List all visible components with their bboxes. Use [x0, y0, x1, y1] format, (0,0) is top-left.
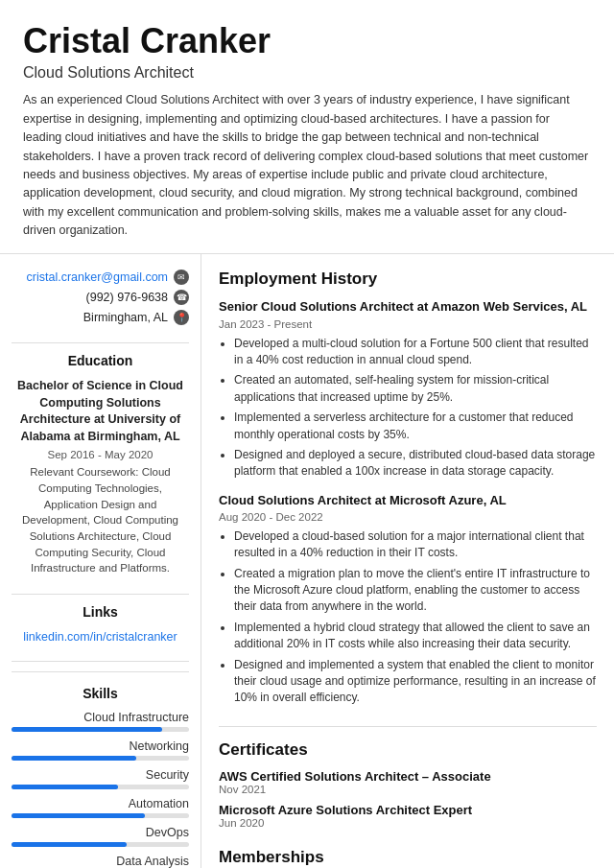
skill-item: DevOps: [12, 826, 189, 847]
contact-location-row: Birmingham, AL 📍: [12, 310, 189, 325]
skill-name: DevOps: [12, 826, 189, 839]
contact-email-row: cristal.cranker@gmail.com ✉: [12, 270, 189, 285]
phone-icon: ☎: [174, 290, 189, 305]
job-bullet: Created a migration plan to move the cli…: [234, 566, 597, 616]
memberships-heading: Memberships: [219, 848, 597, 867]
certificates-section: Certificates AWS Certified Solutions Arc…: [219, 740, 597, 829]
job-bullet: Implemented a serverless architecture fo…: [234, 410, 597, 443]
job-entry: Senior Cloud Solutions Architect at Amaz…: [219, 298, 597, 480]
candidate-title: Cloud Solutions Architect: [23, 64, 591, 82]
skill-bar-bg: [12, 813, 189, 818]
education-details: Bachelor of Science in Cloud Computing S…: [12, 378, 189, 576]
links-block: linkedin.com/in/cristalcranker: [12, 629, 189, 644]
skill-name: Data Analysis: [12, 855, 189, 868]
job-bullet: Created an automated, self-healing syste…: [234, 372, 597, 406]
skill-name: Security: [12, 768, 189, 782]
links-heading: Links: [12, 604, 189, 620]
skill-bar-fill: [12, 756, 136, 761]
employment-section: Employment History Senior Cloud Solution…: [219, 270, 597, 706]
job-title: Cloud Solutions Architect at Microsoft A…: [219, 492, 597, 509]
skill-name: Automation: [12, 797, 189, 810]
cert-name: AWS Certified Solutions Architect – Asso…: [219, 769, 597, 784]
skill-bar-bg: [12, 785, 189, 789]
candidate-summary: As an experienced Cloud Solutions Archit…: [23, 91, 591, 240]
skill-item: Networking: [12, 739, 189, 761]
job-bullet: Designed and deployed a secure, distribu…: [234, 447, 597, 481]
skill-bar-bg: [12, 727, 189, 732]
divider-3: [12, 661, 189, 662]
job-bullet: Designed and implemented a system that e…: [234, 657, 597, 707]
linkedin-link[interactable]: linkedin.com/in/cristalcranker: [23, 630, 177, 644]
links-section: Links linkedin.com/in/cristalcranker: [12, 604, 189, 644]
skill-bar-fill: [12, 727, 162, 732]
candidate-name: Cristal Cranker: [23, 21, 591, 60]
skill-item: Cloud Infrastructure: [12, 711, 189, 732]
skills-list: Cloud Infrastructure Networking Security…: [12, 711, 189, 868]
memberships-section: Memberships Amazon Web Services (AWS) Ce…: [219, 848, 597, 868]
cert-date: Nov 2021: [219, 784, 597, 795]
skill-item: Security: [12, 768, 189, 789]
skills-heading: Skills: [12, 686, 189, 701]
location-icon: 📍: [174, 310, 189, 325]
jobs-list: Senior Cloud Solutions Architect at Amaz…: [219, 298, 597, 706]
email-icon: ✉: [174, 270, 189, 285]
skill-item: Automation: [12, 797, 189, 818]
job-title: Senior Cloud Solutions Architect at Amaz…: [219, 298, 597, 316]
job-dates: Jan 2023 - Present: [219, 318, 597, 330]
phone-text: (992) 976-9638: [86, 291, 168, 304]
contact-section: cristal.cranker@gmail.com ✉ (992) 976-96…: [12, 270, 189, 325]
location-text: Birmingham, AL: [83, 311, 168, 324]
right-column: Employment History Senior Cloud Solution…: [201, 254, 614, 868]
skill-bar-bg: [12, 842, 189, 847]
edu-coursework: Relevant Coursework: Cloud Computing Tec…: [12, 464, 189, 576]
email-link[interactable]: cristal.cranker@gmail.com: [27, 270, 168, 284]
skill-bar-fill: [12, 785, 118, 789]
edu-degree: Bachelor of Science in Cloud Computing S…: [12, 378, 189, 445]
left-column: cristal.cranker@gmail.com ✉ (992) 976-96…: [0, 254, 201, 868]
right-bottom: Certificates AWS Certified Solutions Arc…: [219, 726, 597, 868]
main-content: cristal.cranker@gmail.com ✉ (992) 976-96…: [0, 253, 614, 868]
job-bullet: Developed a multi-cloud solution for a F…: [234, 336, 597, 369]
education-section: Education Bachelor of Science in Cloud C…: [12, 353, 189, 576]
skill-bar-fill: [12, 842, 127, 847]
divider-1: [12, 342, 189, 343]
certs-heading: Certificates: [219, 740, 597, 760]
skill-name: Cloud Infrastructure: [12, 711, 189, 724]
education-heading: Education: [12, 353, 189, 368]
job-bullet: Implemented a hybrid cloud strategy that…: [234, 620, 597, 653]
skill-bar-bg: [12, 756, 189, 761]
job-dates: Aug 2020 - Dec 2022: [219, 511, 597, 523]
job-entry: Cloud Solutions Architect at Microsoft A…: [219, 492, 597, 707]
certs-list: AWS Certified Solutions Architect – Asso…: [219, 769, 597, 829]
cert-name: Microsoft Azure Solutions Architect Expe…: [219, 803, 597, 817]
cert-entry: Microsoft Azure Solutions Architect Expe…: [219, 803, 597, 829]
skill-bar-fill: [12, 813, 145, 818]
resume-header: Cristal Cranker Cloud Solutions Architec…: [0, 0, 614, 253]
job-bullets: Developed a cloud-based solution for a m…: [219, 528, 597, 707]
cert-date: Jun 2020: [219, 817, 597, 829]
skills-section: Skills Cloud Infrastructure Networking S…: [12, 671, 189, 868]
edu-dates: Sep 2016 - May 2020: [12, 449, 189, 460]
cert-entry: AWS Certified Solutions Architect – Asso…: [219, 769, 597, 795]
contact-phone-row: (992) 976-9638 ☎: [12, 290, 189, 305]
job-bullet: Developed a cloud-based solution for a m…: [234, 528, 597, 562]
employment-heading: Employment History: [219, 270, 597, 289]
skill-item: Data Analysis: [12, 855, 189, 868]
divider-2: [12, 594, 189, 595]
skill-name: Networking: [12, 739, 189, 753]
job-bullets: Developed a multi-cloud solution for a F…: [219, 336, 597, 481]
